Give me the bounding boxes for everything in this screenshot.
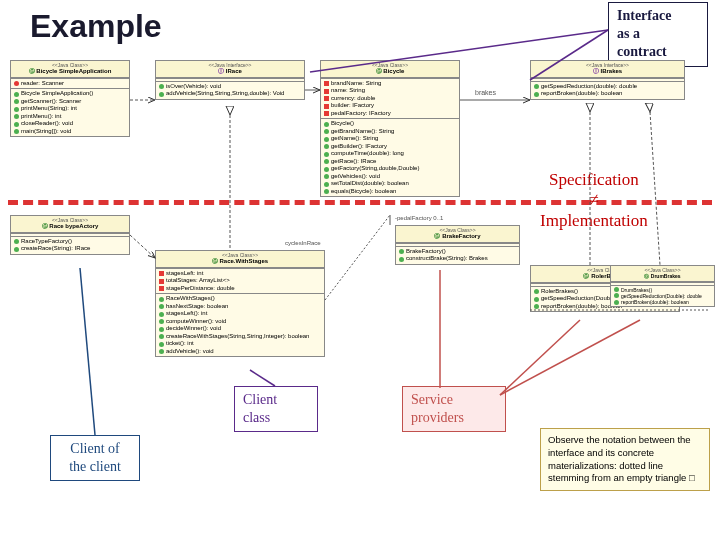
- svg-text:cyclesInRace: cyclesInRace: [285, 240, 321, 246]
- uml-brake-factory: <<Java Class>>Ⓖ BrakeFactory BrakeFactor…: [395, 225, 520, 265]
- svg-text:brakes: brakes: [475, 89, 497, 96]
- svg-text:-pedalFactory 0..1: -pedalFactory 0..1: [395, 215, 444, 221]
- uml-bicycle: <<Java Class>>Ⓖ Bicycle brandName: Strin…: [320, 60, 460, 197]
- callout-client-class: Client class: [234, 386, 318, 432]
- spec-neq: ≠: [540, 190, 648, 210]
- page-title: Example: [30, 8, 162, 45]
- svg-line-15: [650, 112, 660, 265]
- uml-race-type-factory: <<Java Class>>Ⓖ Race bypeActory RaceType…: [10, 215, 130, 255]
- spec-line1: Specification: [540, 170, 648, 190]
- uml-drum-brakes: <<Java Class>>Ⓖ DrumBrakes DrumBrakes()g…: [610, 265, 715, 307]
- uml-ibrakes: <<Java Interface>>Ⓘ IBrakes getSpeedRedu…: [530, 60, 685, 100]
- callout-spec-vs-impl: Specification ≠ Implementation: [540, 170, 648, 231]
- svg-line-3: [80, 268, 95, 435]
- observe-note: Observe the notation between the interfa…: [540, 428, 710, 491]
- uml-irace: <<Java Interface>>Ⓘ IRace isOver(Vehicle…: [155, 60, 305, 100]
- callout-service-providers: Service providers: [402, 386, 506, 432]
- callout-client-of-client: Client of the client: [50, 435, 140, 481]
- svg-line-6: [500, 320, 640, 395]
- callout-interface-contract: Interface as a contract: [608, 2, 708, 67]
- uml-race-with-stages: <<Java Class>>Ⓖ Race.WithStages stagesLe…: [155, 250, 325, 357]
- uml-simple-application: <<Java Class>>Ⓖ Bicycle SimpleApplicatio…: [10, 60, 130, 137]
- svg-line-2: [250, 370, 275, 386]
- svg-line-5: [500, 320, 580, 395]
- spec-line2: Implementation: [540, 211, 648, 231]
- svg-line-16: [130, 235, 155, 258]
- svg-line-17: [325, 215, 390, 300]
